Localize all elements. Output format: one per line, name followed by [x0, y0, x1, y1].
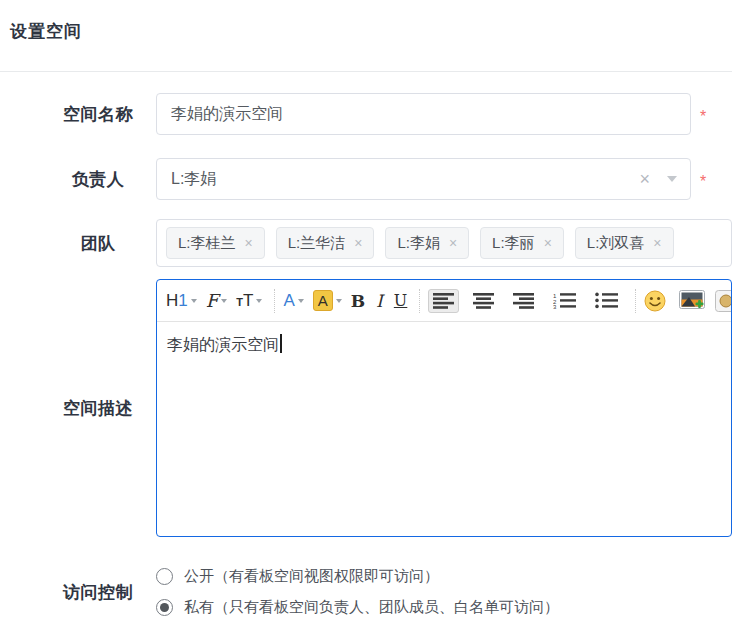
unordered-list-icon	[595, 292, 618, 309]
attachment-button[interactable]	[715, 290, 731, 312]
clear-icon[interactable]: ×	[639, 170, 650, 188]
team-tag: L:李丽 ×	[480, 227, 564, 259]
owner-row: 负责人 L:李娟 × *	[0, 158, 732, 200]
title-divider	[0, 71, 732, 72]
font-family-icon: F	[206, 290, 219, 311]
space-name-row: 空间名称 *	[0, 93, 732, 135]
highlight-color-icon: A	[313, 290, 333, 311]
team-tag: L:李桂兰 ×	[166, 227, 265, 259]
team-tag-label: L:李娟	[397, 234, 440, 253]
highlight-color-button[interactable]: A	[313, 290, 342, 311]
radio-icon[interactable]	[156, 599, 173, 616]
radio-icon[interactable]	[156, 568, 173, 585]
page-title: 设置空间	[10, 22, 732, 42]
tag-remove-icon[interactable]: ×	[449, 235, 457, 251]
access-option-private-label: 私有（只有看板空间负责人、团队成员、白名单可访问）	[184, 598, 559, 617]
chevron-down-icon	[256, 299, 262, 303]
svg-text:3: 3	[553, 304, 557, 309]
owner-label: 负责人	[56, 168, 140, 191]
bold-button[interactable]: B	[351, 291, 365, 311]
chevron-down-icon	[298, 299, 304, 303]
access-option-public-label: 公开（有看板空间视图权限即可访问）	[184, 567, 439, 586]
chevron-down-icon	[336, 299, 342, 303]
owner-select[interactable]: L:李娟 ×	[156, 158, 691, 200]
text-cursor	[280, 334, 282, 353]
rich-text-editor: H1 F TT A A B I U	[156, 279, 732, 537]
toolbar-divider	[274, 289, 275, 313]
font-size-small-glyph: T	[236, 296, 243, 308]
team-tag-label: L:刘双喜	[587, 234, 645, 253]
chevron-down-icon[interactable]	[667, 176, 677, 182]
tag-remove-icon[interactable]: ×	[245, 235, 253, 251]
access-control-row: 访问控制 公开（有看板空间视图权限即可访问） 私有（只有看板空间负责人、团队成员…	[0, 567, 732, 617]
description-label: 空间描述	[56, 397, 140, 420]
insert-image-icon	[679, 290, 705, 311]
team-tag: L:李娟 ×	[385, 227, 469, 259]
align-right-button[interactable]	[508, 289, 539, 313]
access-control-label: 访问控制	[56, 581, 140, 604]
team-tag: L:兰华洁 ×	[276, 227, 375, 259]
ordered-list-button[interactable]: 1 2 3	[548, 288, 581, 313]
attachment-icon	[715, 290, 731, 312]
font-size-button[interactable]: TT	[236, 291, 262, 311]
space-name-input[interactable]	[156, 93, 691, 135]
tag-remove-icon[interactable]: ×	[544, 235, 552, 251]
owner-selected-value: L:李娟	[171, 169, 639, 190]
tag-remove-icon[interactable]: ×	[653, 235, 661, 251]
align-left-icon	[433, 293, 454, 309]
underline-button[interactable]: U	[394, 291, 407, 310]
required-asterisk: *	[700, 168, 706, 190]
font-size-large-glyph: T	[243, 291, 253, 311]
editor-text: 李娟的演示空间	[167, 336, 279, 353]
space-name-label: 空间名称	[56, 103, 140, 126]
team-tag-label: L:李桂兰	[178, 234, 236, 253]
tag-remove-icon[interactable]: ×	[354, 235, 362, 251]
toolbar-divider	[419, 289, 420, 313]
editor-toolbar: H1 F TT A A B I U	[157, 280, 731, 322]
required-asterisk: *	[700, 103, 706, 125]
heading-glyph: H	[166, 291, 178, 311]
chevron-down-icon	[191, 299, 197, 303]
team-label: 团队	[56, 232, 140, 255]
emoji-icon	[644, 290, 666, 312]
align-right-icon	[513, 293, 534, 309]
heading-button[interactable]: H1	[166, 291, 197, 311]
team-tag-label: L:李丽	[492, 234, 535, 253]
insert-image-button[interactable]	[679, 290, 705, 311]
align-center-button[interactable]	[468, 289, 499, 313]
team-tag-label: L:兰华洁	[288, 234, 346, 253]
access-radio-group: 公开（有看板空间视图权限即可访问） 私有（只有看板空间负责人、团队成员、白名单可…	[156, 567, 559, 617]
emoji-button[interactable]	[644, 290, 666, 312]
font-color-button[interactable]: A	[283, 291, 303, 311]
align-left-button[interactable]	[428, 289, 459, 313]
font-family-button[interactable]: F	[206, 290, 228, 311]
toolbar-divider	[635, 289, 636, 313]
editor-content-area[interactable]: 李娟的演示空间	[157, 322, 731, 536]
team-row: 团队 L:李桂兰 × L:兰华洁 × L:李娟 × L:李丽 × L:刘双喜 ×	[0, 219, 732, 267]
font-color-icon: A	[283, 291, 294, 311]
italic-button[interactable]: I	[374, 291, 385, 311]
align-center-icon	[473, 293, 494, 309]
access-option-public[interactable]: 公开（有看板空间视图权限即可访问）	[156, 567, 559, 586]
access-option-private[interactable]: 私有（只有看板空间负责人、团队成员、白名单可访问）	[156, 598, 559, 617]
chevron-down-icon	[221, 299, 227, 303]
ordered-list-icon: 1 2 3	[553, 292, 576, 309]
description-row: 空间描述 H1 F TT A A	[0, 279, 732, 537]
unordered-list-button[interactable]	[590, 288, 623, 313]
team-multiselect[interactable]: L:李桂兰 × L:兰华洁 × L:李娟 × L:李丽 × L:刘双喜 ×	[156, 219, 732, 267]
team-tag: L:刘双喜 ×	[575, 227, 674, 259]
heading-level-glyph: 1	[178, 291, 187, 311]
